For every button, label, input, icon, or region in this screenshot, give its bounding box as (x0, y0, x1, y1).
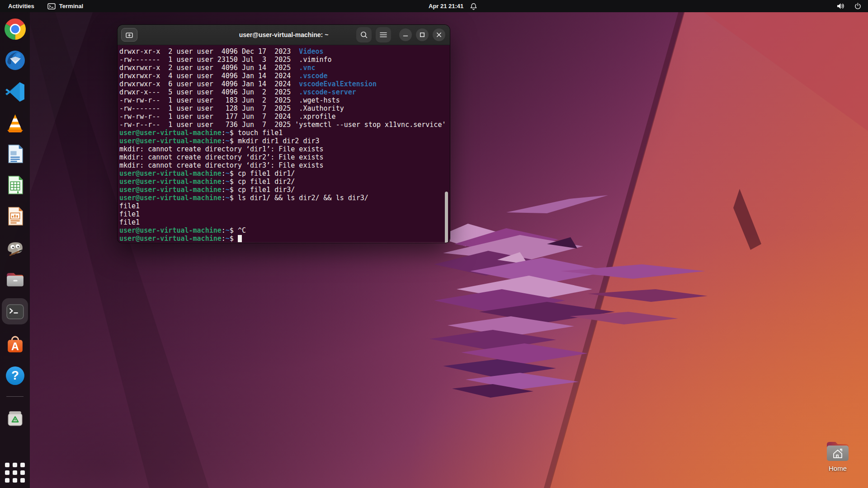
terminal-cursor (238, 235, 242, 242)
terminal-line: drwxr-x--- 5 user user 4096 Jun 2 2025 .… (119, 88, 450, 96)
dock-item-files[interactable] (2, 267, 28, 290)
dock-item-thunderbird[interactable] (2, 49, 28, 71)
terminal-line: drwxr-xr-x 2 user user 4096 Dec 17 2023 … (119, 47, 450, 56)
notification-bell-icon (470, 2, 477, 10)
focused-app-menu[interactable]: Terminal (47, 2, 83, 10)
terminal-line: drwxrwxr-x 2 user user 4096 Jun 14 2025 … (119, 64, 450, 72)
dock-item-libreoffice-calc[interactable] (2, 174, 28, 196)
trash-icon (5, 407, 26, 428)
minimize-icon (403, 32, 408, 38)
vlc-icon (5, 112, 26, 133)
dock-item-vscode[interactable] (2, 80, 28, 103)
terminal-output: drwxr-xr-x 2 user user 4096 Dec 17 2023 … (119, 47, 450, 243)
terminal-line: -rw-r--r-- 1 user user 736 Jun 7 2025 'y… (119, 121, 450, 129)
desktop: Activities Terminal Apr 21 21:41 (0, 0, 868, 488)
chrome-icon (5, 19, 26, 40)
terminal-window: user@user-virtual-machine: ~ (118, 25, 450, 243)
terminal-titlebar[interactable]: user@user-virtual-machine: ~ (118, 25, 450, 45)
new-tab-icon (125, 31, 134, 39)
terminal-line: user@user-virtual-machine:~$ touch file1 (119, 129, 450, 137)
libreoffice-impress-icon (5, 206, 26, 227)
terminal-line: user@user-virtual-machine:~$ cp file1 di… (119, 186, 450, 194)
terminal-line: drwxrwxr-x 4 user user 4096 Jan 14 2024 … (119, 72, 450, 80)
svg-text:A: A (11, 340, 19, 352)
terminal-line: user@user-virtual-machine:~$ ls dir1/ &&… (119, 194, 450, 202)
vscode-icon (5, 81, 26, 102)
search-button[interactable] (356, 27, 372, 42)
terminal-app-icon (47, 2, 56, 10)
terminal-line: user@user-virtual-machine:~$ (119, 235, 450, 243)
clock-menu[interactable]: Apr 21 21:41 (429, 0, 477, 12)
maximize-button[interactable] (416, 28, 429, 41)
terminal-line: user@user-virtual-machine:~$ mkdir dir1 … (119, 137, 450, 145)
dock-item-ubuntu-software[interactable]: A (2, 333, 28, 356)
top-bar: Activities Terminal Apr 21 21:41 (0, 0, 868, 12)
dock-item-gimp[interactable] (2, 236, 28, 258)
maximize-icon (420, 32, 425, 38)
libreoffice-calc-icon (5, 174, 26, 196)
dock-item-libreoffice-writer[interactable] (2, 142, 28, 165)
dock-separator (6, 396, 24, 397)
dock-item-help[interactable]: ? (2, 364, 28, 387)
menu-icon (380, 32, 387, 38)
files-icon (5, 268, 26, 289)
terminal-line: -rw-rw-r-- 1 user user 177 Jun 7 2024 .x… (119, 113, 450, 121)
search-icon (360, 31, 368, 39)
show-apps-icon[interactable] (5, 463, 25, 483)
terminal-line: -rw-rw-r-- 1 user user 183 Jun 2 2025 .w… (119, 96, 450, 104)
dock-item-libreoffice-impress[interactable] (2, 205, 28, 227)
home-label: Home (829, 465, 847, 472)
volume-icon (836, 2, 845, 10)
terminal-icon (5, 301, 26, 322)
close-icon (436, 32, 442, 38)
svg-text:?: ? (11, 368, 19, 382)
terminal-line: mkdir: cannot create directory ‘dir2’: F… (119, 153, 450, 161)
dock-item-vlc[interactable] (2, 111, 28, 134)
libreoffice-writer-icon (5, 143, 26, 164)
terminal-line: user@user-virtual-machine:~$ cp file1 di… (119, 169, 450, 178)
gimp-icon (5, 237, 26, 258)
terminal-line: -rw------- 1 user user 128 Jun 7 2025 .X… (119, 104, 450, 113)
terminal-line: -rw------- 1 user user 23150 Jul 3 2025 … (119, 56, 450, 64)
terminal-line: mkdir: cannot create directory ‘dir1’: F… (119, 145, 450, 153)
dock-item-chrome[interactable] (2, 18, 28, 40)
terminal-line: mkdir: cannot create directory ‘dir3’: F… (119, 161, 450, 169)
terminal-line: user@user-virtual-machine:~$ ^C (119, 226, 450, 235)
system-status-menu[interactable] (836, 2, 868, 10)
ubuntu-software-icon: A (5, 334, 26, 355)
home-folder-icon (824, 439, 851, 463)
terminal-line: drwxrwxr-x 6 user user 4096 Jan 14 2024 … (119, 80, 450, 88)
close-button[interactable] (433, 28, 445, 41)
activities-button[interactable]: Activities (8, 3, 34, 9)
dock: A ? (0, 12, 30, 488)
terminal-line: file1 (119, 202, 450, 210)
dock-item-trash[interactable] (2, 406, 28, 429)
menu-button[interactable] (376, 27, 391, 42)
home-desktop-icon[interactable]: Home (813, 439, 863, 472)
terminal-line: file1 (119, 218, 450, 226)
terminal-viewport[interactable]: drwxr-xr-x 2 user user 4096 Dec 17 2023 … (118, 45, 450, 242)
new-tab-button[interactable] (121, 28, 137, 42)
focused-app-name: Terminal (59, 3, 83, 9)
thunderbird-icon (5, 50, 26, 71)
terminal-line: file1 (119, 210, 450, 218)
terminal-line: user@user-virtual-machine:~$ cp file1 di… (119, 178, 450, 186)
dock-item-terminal[interactable] (2, 298, 28, 324)
clock-text: Apr 21 21:41 (429, 3, 463, 9)
minimize-button[interactable] (399, 28, 412, 41)
terminal-scrollbar[interactable] (445, 192, 448, 243)
help-icon: ? (5, 365, 26, 386)
power-icon (854, 2, 862, 10)
